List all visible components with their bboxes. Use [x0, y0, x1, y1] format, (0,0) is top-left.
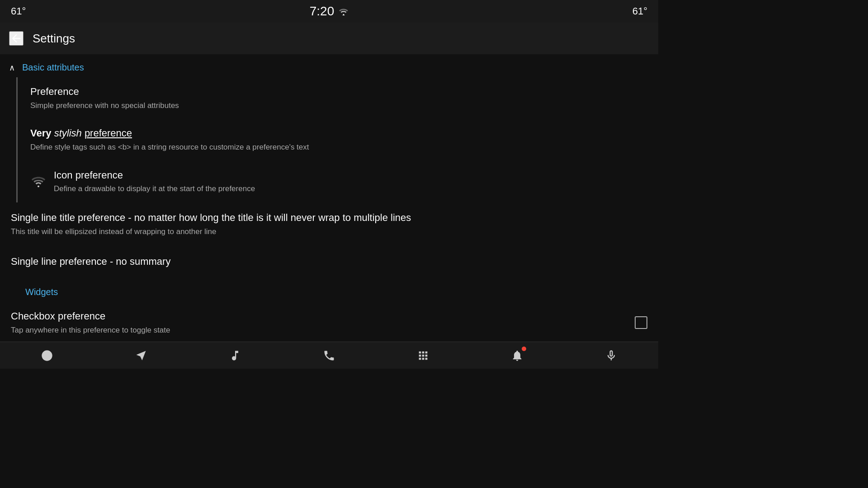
nav-phone[interactable]: [316, 342, 343, 369]
status-center: 7:20: [310, 4, 349, 19]
pref-summary-preference: Simple preference with no special attrib…: [30, 100, 647, 111]
toolbar-title: Settings: [33, 32, 75, 46]
checkbox-widget[interactable]: [635, 316, 647, 329]
pref-item-stylish[interactable]: Very stylish preference Define style tag…: [18, 119, 658, 160]
svg-point-1: [42, 351, 52, 360]
toolbar: Settings: [0, 23, 658, 54]
pref-title-stylish: Very stylish preference: [30, 127, 647, 140]
nav-apps[interactable]: [410, 342, 437, 369]
pref-item-preference[interactable]: Preference Simple preference with no spe…: [18, 77, 658, 119]
stylish-underline: preference: [85, 127, 132, 139]
nav-microphone[interactable]: [598, 342, 625, 369]
nav-notifications[interactable]: [504, 342, 531, 369]
status-temp-right: 61°: [632, 5, 647, 17]
nav-bar: [0, 342, 658, 369]
pref-item-no-summary[interactable]: Single line preference - no summary: [0, 246, 658, 277]
pref-title-preference: Preference: [30, 85, 647, 99]
svg-point-0: [38, 185, 39, 187]
pref-wifi-icon: [30, 174, 47, 190]
checkbox-content: Checkbox preference Tap anywhere in this…: [11, 310, 635, 335]
pref-item-single-line-title[interactable]: Single line title preference - no matter…: [0, 202, 658, 246]
pref-summary-single-line: This title will be ellipsized instead of…: [11, 226, 647, 237]
status-time: 7:20: [310, 4, 335, 19]
pref-content-stylish: Very stylish preference Define style tag…: [30, 127, 647, 152]
pref-title-no-summary: Single line preference - no summary: [11, 255, 647, 268]
pref-content-preference: Preference Simple preference with no spe…: [30, 85, 647, 111]
pref-title-icon: Icon preference: [54, 169, 647, 182]
notification-badge: [522, 347, 526, 351]
section-widgets: Widgets Checkbox preference Tap anywhere…: [0, 277, 658, 342]
section-header-widgets[interactable]: Widgets: [0, 277, 658, 302]
stylish-bold: Very: [30, 127, 52, 139]
nav-home[interactable]: [33, 342, 61, 369]
status-bar: 61° 7:20 61°: [0, 0, 658, 23]
pref-summary-icon: Define a drawable to display it at the s…: [54, 183, 647, 194]
main-content: ∧ Basic attributes Preference Simple pre…: [0, 54, 658, 342]
checkbox-title: Checkbox preference: [11, 310, 635, 323]
nav-navigation[interactable]: [127, 342, 155, 369]
section-title-widgets: Widgets: [25, 287, 58, 297]
pref-content-icon: Icon preference Define a drawable to dis…: [54, 169, 647, 194]
chevron-up-icon: ∧: [9, 63, 15, 73]
pref-summary-stylish: Define style tags such as <b> in a strin…: [30, 142, 647, 153]
back-button[interactable]: [9, 31, 24, 46]
section-basic-attributes: ∧ Basic attributes Preference Simple pre…: [0, 54, 658, 277]
pref-item-checkbox[interactable]: Checkbox preference Tap anywhere in this…: [0, 302, 658, 342]
section-header-basic-attributes[interactable]: ∧ Basic attributes: [0, 54, 658, 77]
stylish-italic: stylish: [54, 127, 82, 139]
checkbox-summary: Tap anywhere in this preference to toggl…: [11, 325, 635, 336]
pref-item-icon[interactable]: Icon preference Define a drawable to dis…: [18, 161, 658, 202]
section-title-basic-attributes: Basic attributes: [22, 62, 84, 73]
pref-title-single-line: Single line title preference - no matter…: [11, 211, 647, 225]
status-temp-left: 61°: [11, 5, 26, 17]
nav-music[interactable]: [222, 342, 249, 369]
pref-group-basic-attributes: Preference Simple preference with no spe…: [16, 77, 658, 202]
wifi-icon: [339, 4, 349, 19]
